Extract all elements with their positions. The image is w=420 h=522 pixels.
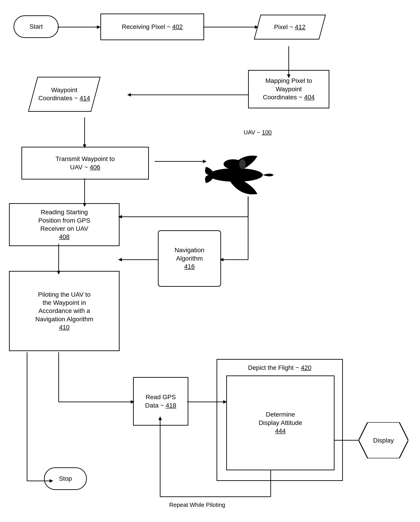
pixel-412-shape: Pixel ~ 412	[254, 15, 326, 39]
repeat-label-shape: Repeat While Piloting	[169, 501, 225, 509]
transmit-waypoint-label: Transmit Waypoint toUAV ~ 406	[55, 155, 115, 171]
piloting-shape: Piloting the UAV tothe Waypoint inAccord…	[9, 271, 120, 351]
receiving-pixel-number: 402	[172, 23, 183, 30]
reading-position-shape: Reading StartingPosition from GPSReceive…	[9, 203, 120, 246]
flowchart: Start Receiving Pixel ~ 402 Pixel ~ 412 …	[0, 0, 420, 522]
determine-display-shape: DetermineDisplay Attitude444	[226, 376, 335, 470]
nav-algorithm-shape: NavigationAlgorithm416	[158, 230, 221, 287]
mapping-pixel-shape: Mapping Pixel toWaypointCoordinates ~ 40…	[248, 70, 329, 108]
start-label: Start	[29, 23, 43, 31]
svg-point-40	[239, 159, 246, 169]
mapping-pixel-label: Mapping Pixel toWaypointCoordinates ~ 40…	[263, 77, 315, 101]
piloting-label: Piloting the UAV tothe Waypoint inAccord…	[35, 291, 93, 332]
pixel-412-label: Pixel ~ 412	[274, 23, 305, 31]
waypoint-coords-label: WaypointCoordinates ~ 414	[38, 86, 90, 102]
read-gps-shape: Read GPSData ~ 418	[133, 377, 188, 426]
svg-marker-7	[128, 93, 131, 96]
determine-display-label: DetermineDisplay Attitude444	[259, 410, 302, 435]
display-shape: Display	[359, 422, 408, 458]
depict-flight-label: Depict the Flight ~ 420	[248, 364, 312, 372]
start-shape: Start	[14, 15, 59, 38]
read-gps-label: Read GPSData ~ 418	[145, 393, 176, 410]
nav-algorithm-label: NavigationAlgorithm416	[175, 246, 204, 271]
waypoint-coords-shape: WaypointCoordinates ~ 414	[28, 77, 101, 112]
svg-marker-1	[97, 25, 100, 29]
svg-marker-23	[118, 258, 122, 261]
uav-label-shape: UAV ~ 100	[244, 129, 272, 136]
uav-plane	[196, 140, 275, 210]
reading-position-label: Reading StartingPosition from GPSReceive…	[38, 208, 90, 241]
transmit-waypoint-shape: Transmit Waypoint toUAV ~ 406	[22, 147, 149, 179]
svg-text:Display: Display	[373, 437, 394, 444]
stop-label: Stop	[59, 475, 72, 483]
repeat-label: Repeat While Piloting	[169, 501, 225, 509]
receiving-pixel-shape: Receiving Pixel ~ 402	[100, 14, 204, 40]
receiving-pixel-label: Receiving Pixel ~ 402	[122, 23, 183, 31]
depict-flight-shape: Depict the Flight ~ 420 DetermineDisplay…	[217, 359, 343, 481]
stop-shape: Stop	[44, 467, 87, 490]
